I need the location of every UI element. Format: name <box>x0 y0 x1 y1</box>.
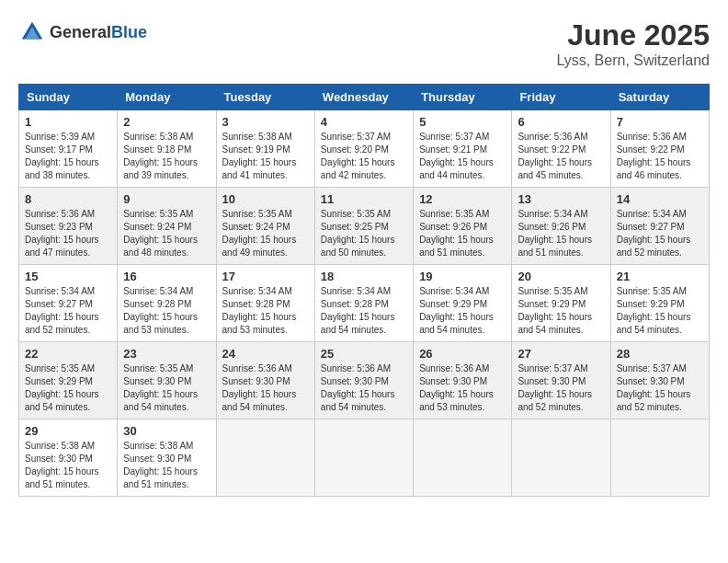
day-info: Sunrise: 5:38 AMSunset: 9:30 PMDaylight:… <box>123 440 210 491</box>
calendar-cell <box>512 419 610 497</box>
calendar-cell: 12Sunrise: 5:35 AMSunset: 9:26 PMDayligh… <box>414 188 512 265</box>
day-number: 4 <box>321 115 407 129</box>
day-number: 21 <box>617 270 703 283</box>
day-number: 13 <box>518 192 604 206</box>
day-info: Sunrise: 5:35 AMSunset: 9:24 PMDaylight:… <box>123 208 210 259</box>
day-info: Sunrise: 5:36 AMSunset: 9:30 PMDaylight:… <box>222 362 309 414</box>
day-number: 1 <box>25 115 111 129</box>
calendar-cell: 6Sunrise: 5:36 AMSunset: 9:22 PMDaylight… <box>512 110 610 188</box>
calendar-cell: 23Sunrise: 5:35 AMSunset: 9:30 PMDayligh… <box>118 342 216 419</box>
calendar-cell: 14Sunrise: 5:34 AMSunset: 9:27 PMDayligh… <box>610 188 709 265</box>
calendar-cell: 5Sunrise: 5:37 AMSunset: 9:21 PMDaylight… <box>414 110 512 188</box>
header-friday: Friday <box>512 85 610 110</box>
calendar-cell: 17Sunrise: 5:34 AMSunset: 9:28 PMDayligh… <box>216 265 314 342</box>
month-title: June 2025 <box>556 18 710 52</box>
day-info: Sunrise: 5:36 AMSunset: 9:22 PMDaylight:… <box>518 131 604 182</box>
calendar-cell: 29Sunrise: 5:38 AMSunset: 9:30 PMDayligh… <box>19 419 118 497</box>
day-info: Sunrise: 5:36 AMSunset: 9:30 PMDaylight:… <box>321 362 407 414</box>
calendar-cell: 1Sunrise: 5:39 AMSunset: 9:17 PMDaylight… <box>19 110 118 188</box>
day-number: 15 <box>25 270 111 283</box>
day-info: Sunrise: 5:38 AMSunset: 9:30 PMDaylight:… <box>25 440 111 491</box>
calendar-cell: 3Sunrise: 5:38 AMSunset: 9:19 PMDaylight… <box>216 110 314 188</box>
calendar-cell: 15Sunrise: 5:34 AMSunset: 9:27 PMDayligh… <box>19 265 118 342</box>
day-info: Sunrise: 5:34 AMSunset: 9:29 PMDaylight:… <box>419 285 506 337</box>
day-number: 17 <box>222 270 309 283</box>
day-number: 20 <box>518 270 604 283</box>
day-number: 22 <box>25 347 111 361</box>
location-title: Lyss, Bern, Switzerland <box>556 52 710 69</box>
calendar-cell: 13Sunrise: 5:34 AMSunset: 9:26 PMDayligh… <box>512 188 610 265</box>
day-number: 7 <box>617 115 703 129</box>
day-number: 27 <box>518 347 604 361</box>
day-info: Sunrise: 5:35 AMSunset: 9:25 PMDaylight:… <box>321 208 407 259</box>
day-info: Sunrise: 5:34 AMSunset: 9:27 PMDaylight:… <box>25 285 111 337</box>
day-number: 30 <box>123 424 210 438</box>
header: GeneralBlue June 2025 Lyss, Bern, Switze… <box>18 18 710 69</box>
day-info: Sunrise: 5:36 AMSunset: 9:22 PMDaylight:… <box>617 131 703 182</box>
header-tuesday: Tuesday <box>216 85 314 110</box>
day-info: Sunrise: 5:35 AMSunset: 9:29 PMDaylight:… <box>518 285 604 337</box>
day-info: Sunrise: 5:37 AMSunset: 9:30 PMDaylight:… <box>617 362 703 414</box>
calendar-cell: 8Sunrise: 5:36 AMSunset: 9:23 PMDaylight… <box>19 188 118 265</box>
logo: GeneralBlue <box>18 18 147 46</box>
day-number: 9 <box>123 192 210 206</box>
day-info: Sunrise: 5:38 AMSunset: 9:19 PMDaylight:… <box>222 131 309 182</box>
calendar-cell: 24Sunrise: 5:36 AMSunset: 9:30 PMDayligh… <box>216 342 314 419</box>
day-number: 23 <box>123 347 210 361</box>
day-number: 5 <box>419 115 506 129</box>
day-number: 8 <box>25 192 111 206</box>
calendar-cell: 25Sunrise: 5:36 AMSunset: 9:30 PMDayligh… <box>314 342 413 419</box>
header-sunday: Sunday <box>19 85 118 110</box>
calendar-cell: 27Sunrise: 5:37 AMSunset: 9:30 PMDayligh… <box>512 342 610 419</box>
day-info: Sunrise: 5:34 AMSunset: 9:26 PMDaylight:… <box>518 208 604 259</box>
title-area: June 2025 Lyss, Bern, Switzerland <box>556 18 710 69</box>
day-number: 25 <box>321 347 407 361</box>
calendar-cell: 30Sunrise: 5:38 AMSunset: 9:30 PMDayligh… <box>118 419 216 497</box>
day-number: 18 <box>321 270 407 283</box>
day-number: 26 <box>419 347 506 361</box>
day-info: Sunrise: 5:36 AMSunset: 9:30 PMDaylight:… <box>419 362 506 414</box>
calendar-cell <box>216 419 314 497</box>
logo-blue: Blue <box>111 23 147 41</box>
calendar-cell: 18Sunrise: 5:34 AMSunset: 9:28 PMDayligh… <box>314 265 413 342</box>
day-info: Sunrise: 5:38 AMSunset: 9:18 PMDaylight:… <box>123 131 210 182</box>
calendar-cell: 7Sunrise: 5:36 AMSunset: 9:22 PMDaylight… <box>610 110 709 188</box>
calendar-cell: 11Sunrise: 5:35 AMSunset: 9:25 PMDayligh… <box>314 188 413 265</box>
calendar-cell: 10Sunrise: 5:35 AMSunset: 9:24 PMDayligh… <box>216 188 314 265</box>
day-info: Sunrise: 5:37 AMSunset: 9:21 PMDaylight:… <box>419 131 506 182</box>
calendar-cell: 28Sunrise: 5:37 AMSunset: 9:30 PMDayligh… <box>610 342 709 419</box>
calendar-week-5: 29Sunrise: 5:38 AMSunset: 9:30 PMDayligh… <box>19 419 710 497</box>
day-number: 29 <box>25 424 111 438</box>
calendar-cell <box>414 419 512 497</box>
day-info: Sunrise: 5:35 AMSunset: 9:24 PMDaylight:… <box>222 208 309 259</box>
day-number: 11 <box>321 192 407 206</box>
calendar-week-3: 15Sunrise: 5:34 AMSunset: 9:27 PMDayligh… <box>19 265 710 342</box>
day-number: 10 <box>222 192 309 206</box>
calendar: SundayMondayTuesdayWednesdayThursdayFrid… <box>18 84 710 497</box>
day-info: Sunrise: 5:37 AMSunset: 9:30 PMDaylight:… <box>518 362 604 414</box>
calendar-cell: 16Sunrise: 5:34 AMSunset: 9:28 PMDayligh… <box>118 265 216 342</box>
day-info: Sunrise: 5:35 AMSunset: 9:29 PMDaylight:… <box>617 285 703 337</box>
day-number: 16 <box>123 270 210 283</box>
header-saturday: Saturday <box>610 85 709 110</box>
calendar-header-row: SundayMondayTuesdayWednesdayThursdayFrid… <box>19 85 710 110</box>
calendar-cell: 9Sunrise: 5:35 AMSunset: 9:24 PMDaylight… <box>118 188 216 265</box>
calendar-week-2: 8Sunrise: 5:36 AMSunset: 9:23 PMDaylight… <box>19 188 710 265</box>
day-info: Sunrise: 5:34 AMSunset: 9:28 PMDaylight:… <box>222 285 309 337</box>
calendar-cell: 20Sunrise: 5:35 AMSunset: 9:29 PMDayligh… <box>512 265 610 342</box>
day-info: Sunrise: 5:34 AMSunset: 9:28 PMDaylight:… <box>123 285 210 337</box>
logo-text: GeneralBlue <box>50 23 147 42</box>
day-number: 2 <box>123 115 210 129</box>
header-monday: Monday <box>118 85 216 110</box>
logo-general: General <box>50 23 111 41</box>
calendar-cell: 4Sunrise: 5:37 AMSunset: 9:20 PMDaylight… <box>314 110 413 188</box>
header-wednesday: Wednesday <box>314 85 413 110</box>
day-info: Sunrise: 5:34 AMSunset: 9:27 PMDaylight:… <box>617 208 703 259</box>
calendar-cell: 2Sunrise: 5:38 AMSunset: 9:18 PMDaylight… <box>118 110 216 188</box>
day-info: Sunrise: 5:35 AMSunset: 9:29 PMDaylight:… <box>25 362 111 414</box>
calendar-cell: 21Sunrise: 5:35 AMSunset: 9:29 PMDayligh… <box>610 265 709 342</box>
day-info: Sunrise: 5:36 AMSunset: 9:23 PMDaylight:… <box>25 208 111 259</box>
day-number: 12 <box>419 192 506 206</box>
day-number: 28 <box>617 347 703 361</box>
day-number: 14 <box>617 192 703 206</box>
